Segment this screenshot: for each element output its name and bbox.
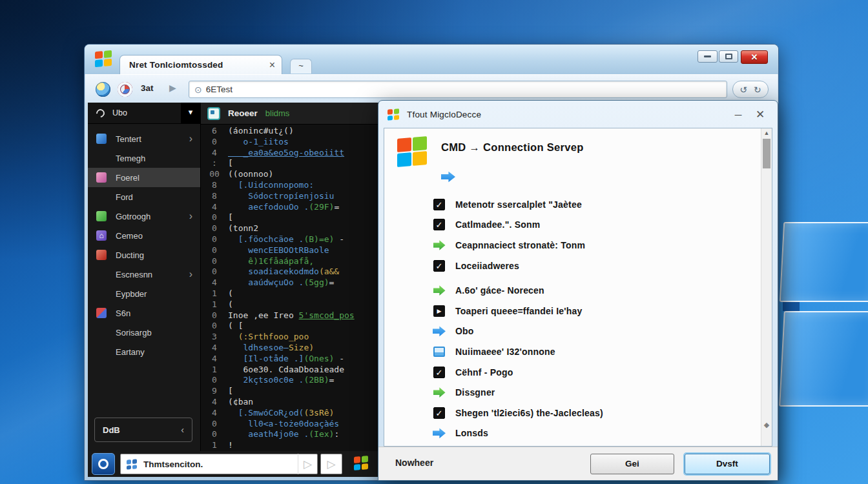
tab-close-icon[interactable]: × <box>269 60 275 70</box>
redblue-icon <box>96 308 107 318</box>
globe-icon[interactable] <box>96 82 110 97</box>
refresh-icon <box>94 107 106 119</box>
dialog-item-3[interactable]: ✓Loceiiadweres <box>433 256 754 276</box>
sidebar-item-1[interactable]: Temegh <box>88 148 200 168</box>
code-text: ((oonnoo) <box>228 169 273 180</box>
line-number: 00 <box>201 169 228 180</box>
sidebar-item-0[interactable]: Tentert› <box>88 129 200 148</box>
play-button[interactable]: ▷ <box>298 454 317 474</box>
sidebar-item-2[interactable]: Foerel <box>88 168 200 187</box>
play-button-secondary[interactable]: ▷ <box>320 454 342 474</box>
address-actions[interactable]: ↺ ↻ <box>732 81 769 98</box>
close-button[interactable]: ✕ <box>741 50 768 64</box>
primary-button[interactable]: Dvsft <box>685 454 770 474</box>
dialog-scrollbar[interactable]: ▲ ◆ <box>761 128 772 446</box>
history-icon: ⊙ <box>194 85 202 95</box>
sidebar-item-label: Ford <box>116 192 196 202</box>
flag-quad <box>102 269 107 274</box>
sidebar-item-7[interactable]: Escnesnn› <box>88 265 200 284</box>
dialog-item-2[interactable]: Ceapnnaciect stronatè: Tonm <box>433 235 754 256</box>
sidebar-collapse-button[interactable]: ▾ <box>181 103 200 124</box>
dialog-content: CMD → Connection Servep ✓Metenotr sserca… <box>384 128 761 446</box>
dialog-item-6[interactable]: Obo <box>433 321 754 342</box>
flag-quad <box>104 59 112 66</box>
code-text: 2kçtso0c0e . <box>228 375 304 386</box>
green-icon <box>96 211 107 221</box>
dialog-minimize-button[interactable]: ─ <box>728 109 748 120</box>
flag-quad <box>354 456 360 463</box>
status-search-bar[interactable]: Thmtsenciton. ▷ <box>120 454 318 474</box>
maximize-icon <box>725 54 732 59</box>
dialog-item-0[interactable]: ✓Metenotr ssercalplet "Jaètee <box>433 194 754 215</box>
sidebar-item-10[interactable]: Sorisargb <box>88 323 200 342</box>
dialog-item-5[interactable]: ▶Toaperi queee=ffandei Ie'hay <box>433 301 754 321</box>
dialog-item-1[interactable]: ✓Catlmadee.". Sonm <box>433 215 754 236</box>
flag-quad <box>362 456 368 462</box>
dialog-close-button[interactable]: ✕ <box>748 108 772 121</box>
sidebar-item-8[interactable]: Eypbder <box>88 284 200 303</box>
windows-app-icon <box>96 192 107 202</box>
sidebar-item-11[interactable]: Eartany <box>88 342 200 361</box>
sidebar-item-5[interactable]: ⌂Cemeo <box>88 226 200 245</box>
reload-icon[interactable]: ↻ <box>754 85 761 95</box>
dialog-item-11[interactable]: Lonsds <box>433 423 754 444</box>
dialog-item-icon: ▶ <box>433 305 446 318</box>
menu-label[interactable]: 3at <box>141 83 154 93</box>
browser-tab[interactable]: Nret Tonlciomtossded × <box>119 55 282 74</box>
app-logo-icon <box>98 459 108 469</box>
windows-logo-icon <box>95 50 112 67</box>
address-input[interactable] <box>206 85 721 94</box>
dialog-item-10[interactable]: ✓Shegen 'tl2ieci6s) the-Jaclecleas) <box>433 403 754 423</box>
code-text: [.SmwóCoR¿od( <box>228 408 304 419</box>
line-number: 4 <box>201 148 228 159</box>
code-text: (¢ban <box>228 397 253 408</box>
flag-quad <box>354 464 360 470</box>
go-arrow-icon[interactable]: ▶ <box>169 83 176 93</box>
sidebar-item-9[interactable]: S6n <box>88 303 200 323</box>
dialog-title-bar[interactable]: Tfout MigcloDecce ─ ✕ <box>378 101 778 128</box>
code-text: ê)1€fåaápafå, <box>228 256 314 267</box>
sidebar-footer-label: DdB <box>103 425 181 435</box>
checkbox-checked-icon: ✓ <box>433 199 445 210</box>
browser-title-bar[interactable]: Nret Tonlciomtossded × ~ ✕ <box>85 45 778 74</box>
secondary-button[interactable]: Gei <box>590 454 674 474</box>
dialog-item-8[interactable]: ✓Cëhnf - Pogo <box>433 362 754 383</box>
dialog-item-icon <box>433 284 446 297</box>
code-text: = <box>334 202 339 213</box>
editor-tab-label[interactable]: Reoeer <box>228 108 258 118</box>
sidebar-item-3[interactable]: Ford <box>88 187 200 207</box>
dialog-item-9[interactable]: Dissgner <box>433 382 754 403</box>
blue-arrow-icon <box>433 428 446 439</box>
new-tab-button[interactable]: ~ <box>290 59 312 74</box>
code-text: Size) <box>289 343 314 354</box>
scroll-up-icon[interactable]: ▲ <box>761 130 772 136</box>
scrollbar-thumb[interactable] <box>763 139 770 168</box>
minimize-button[interactable] <box>698 50 718 63</box>
address-bar[interactable]: ⊙ <box>189 81 727 98</box>
blank-icon <box>96 347 107 357</box>
sidebar-header[interactable]: Ubo ▾ <box>88 103 200 124</box>
editor-tab-status: blidms <box>265 108 290 118</box>
sidebar-footer-box[interactable]: DdB ‹ <box>94 418 192 442</box>
checkbox-checked-icon: ✓ <box>433 367 445 378</box>
search-icon[interactable] <box>118 82 132 97</box>
flag-quad <box>127 465 131 469</box>
line-number: : <box>201 158 228 169</box>
windows-flag-icon[interactable] <box>354 456 368 470</box>
reload-back-icon[interactable]: ↺ <box>739 85 747 95</box>
app-logo-button[interactable] <box>92 453 115 475</box>
dialog-heading-logo-icon <box>397 136 427 167</box>
dialog-item-7[interactable]: Nuiimaeee' I32'onnone <box>433 341 754 362</box>
code-text: [.Uidconnopomo: <box>228 180 314 191</box>
sidebar-item-label: Foerel <box>116 173 196 183</box>
sidebar-item-6[interactable]: Ducting <box>88 245 200 265</box>
code-text: aecfodouOo . <box>228 202 309 213</box>
scroll-down-icon[interactable]: ◆ <box>761 421 772 429</box>
browser-tab-title: Nret Tonlciomtossded <box>129 60 269 70</box>
sidebar-item-label: Escnesnn <box>116 270 189 279</box>
editor-file-icon <box>207 107 220 120</box>
dialog-item-4[interactable]: A.6o' gáce- Norecen <box>433 280 754 301</box>
sidebar-item-4[interactable]: Gotroogh› <box>88 207 200 226</box>
code-text: (Iex) <box>309 429 334 440</box>
maximize-button[interactable] <box>719 50 738 63</box>
